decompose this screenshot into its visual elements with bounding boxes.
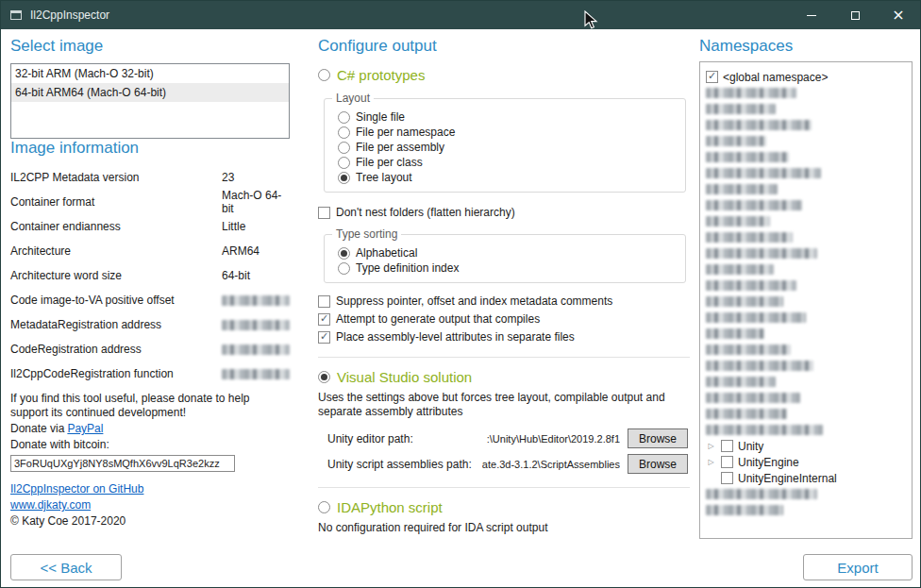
vs-description: Uses the settings above but forces tree … bbox=[318, 391, 690, 419]
radio-icon bbox=[338, 172, 350, 184]
configure-output-heading: Configure output bbox=[318, 37, 690, 56]
redacted-namespace bbox=[706, 136, 766, 146]
unity-script-path-row: Unity script assemblies path: ate.3d-3.1… bbox=[327, 454, 688, 474]
namespace-item-redacted[interactable] bbox=[706, 117, 906, 133]
csharp-checkboxes: Suppress pointer, offset and index metad… bbox=[318, 294, 690, 344]
radio-label: C# prototypes bbox=[337, 67, 425, 83]
radio-single-file[interactable]: Single file bbox=[338, 110, 676, 124]
namespace-label: UnityEngineInternal bbox=[738, 472, 837, 485]
namespace-item-redacted[interactable] bbox=[706, 133, 906, 149]
checkbox-attempt-to-generate-output-that-compiles[interactable]: Attempt to generate output that compiles bbox=[318, 312, 690, 326]
redacted-namespace bbox=[706, 120, 812, 130]
checkbox-icon bbox=[318, 295, 330, 308]
checkbox-suppress-pointer-offset-and-index-metadata-comments[interactable]: Suppress pointer, offset and index metad… bbox=[318, 294, 690, 308]
namespace-item-redacted[interactable] bbox=[706, 294, 906, 310]
radio-type-definition-index[interactable]: Type definition index bbox=[338, 261, 676, 275]
radio-tree-layout[interactable]: Tree layout bbox=[338, 171, 676, 184]
image-listbox[interactable]: 32-bit ARM (Mach-O 32-bit)64-bit ARM64 (… bbox=[10, 63, 290, 139]
namespace-item-redacted[interactable] bbox=[706, 261, 906, 277]
info-label: MetadataRegistration address bbox=[10, 318, 222, 331]
image-list-item[interactable]: 64-bit ARM64 (Mach-O 64-bit) bbox=[11, 83, 289, 102]
radio-idapython-script[interactable]: IDAPython script bbox=[318, 499, 690, 515]
radio-file-per-assembly[interactable]: File per assembly bbox=[338, 141, 676, 154]
github-link[interactable]: Il2CppInspector on GitHub bbox=[10, 482, 290, 496]
radio-file-per-namespace[interactable]: File per namespace bbox=[338, 126, 676, 139]
namespace-item-redacted[interactable] bbox=[706, 85, 906, 101]
layout-groupbox: Layout Single fileFile per namespaceFile… bbox=[324, 98, 686, 193]
namespace-item-redacted[interactable] bbox=[706, 374, 906, 390]
maximize-button[interactable] bbox=[833, 1, 877, 29]
website-link[interactable]: www.djkaty.com bbox=[10, 498, 290, 512]
close-button[interactable]: × bbox=[877, 1, 920, 29]
namespace-item-redacted[interactable] bbox=[706, 181, 906, 197]
browse-editor-path-button[interactable]: Browse bbox=[628, 428, 688, 448]
namespace-item-redacted[interactable] bbox=[706, 149, 906, 165]
checkbox-icon bbox=[318, 207, 330, 219]
radio-icon bbox=[318, 69, 330, 81]
namespace-list[interactable]: <global namespace>▷Unity▷UnityEngineUnit… bbox=[699, 61, 913, 539]
expander-icon[interactable]: ▷ bbox=[706, 459, 716, 466]
namespace-item-redacted[interactable] bbox=[706, 310, 906, 326]
namespace-item-unityengineinternal[interactable]: UnityEngineInternal bbox=[706, 470, 906, 486]
redacted-namespace bbox=[706, 200, 802, 210]
namespace-item-redacted[interactable] bbox=[706, 406, 906, 422]
donate-paypal-line: Donate viaPayPal bbox=[10, 422, 290, 436]
browse-script-path-button[interactable]: Browse bbox=[628, 454, 688, 474]
unity-editor-path-label: Unity editor path: bbox=[327, 432, 413, 445]
info-label: CodeRegistration address bbox=[10, 343, 222, 356]
namespace-item-redacted[interactable] bbox=[706, 390, 906, 406]
namespace-item-global-namespace[interactable]: <global namespace> bbox=[706, 69, 906, 85]
radio-icon bbox=[318, 501, 330, 513]
namespace-item-redacted[interactable] bbox=[706, 277, 906, 294]
namespace-item-redacted[interactable] bbox=[706, 342, 906, 358]
window-controls: × bbox=[790, 1, 920, 29]
namespace-item-redacted[interactable] bbox=[706, 245, 906, 261]
info-row: CodeRegistration address bbox=[10, 337, 290, 361]
namespaces-panel: Namespaces <global namespace>▷Unity▷Unit… bbox=[699, 37, 913, 539]
unity-editor-path-row: Unity editor path: :\Unity\Hub\Editor\20… bbox=[327, 428, 688, 448]
info-row: Container formatMach-O 64-bit bbox=[10, 190, 290, 214]
export-button[interactable]: Export bbox=[803, 554, 913, 580]
redacted-value bbox=[222, 320, 290, 330]
flatten-slot: Don't nest folders (flatten hierarchy) bbox=[318, 206, 690, 219]
redacted-namespace bbox=[706, 344, 791, 355]
close-icon: × bbox=[892, 8, 904, 23]
expander-icon[interactable]: ▷ bbox=[706, 443, 716, 450]
titlebar: Il2CppInspector × bbox=[1, 1, 920, 29]
bitcoin-address-input[interactable] bbox=[10, 455, 235, 472]
unity-editor-path-value[interactable]: :\Unity\Hub\Editor\2019.2.8f1 bbox=[487, 433, 620, 445]
namespaces-heading: Namespaces bbox=[699, 37, 913, 56]
redacted-namespace bbox=[706, 505, 783, 515]
info-label: IL2CPP Metadata version bbox=[10, 171, 222, 184]
namespace-item-redacted[interactable] bbox=[706, 422, 906, 438]
radio-file-per-class[interactable]: File per class bbox=[338, 156, 676, 169]
namespace-item-redacted[interactable] bbox=[706, 229, 906, 245]
radio-icon bbox=[338, 157, 350, 169]
radio-alphabetical[interactable]: Alphabetical bbox=[338, 246, 676, 260]
namespace-item-unityengine[interactable]: ▷UnityEngine bbox=[706, 454, 906, 470]
namespace-item-redacted[interactable] bbox=[706, 197, 906, 213]
radio-c-prototypes[interactable]: C# prototypes bbox=[318, 67, 690, 83]
namespace-item-redacted[interactable] bbox=[706, 101, 906, 117]
info-label: Il2CppCodeRegistration function bbox=[10, 367, 222, 380]
redacted-namespace bbox=[706, 184, 778, 194]
paypal-link[interactable]: PayPal bbox=[67, 422, 103, 435]
namespace-item-redacted[interactable] bbox=[706, 358, 906, 374]
minimize-button[interactable] bbox=[790, 1, 833, 29]
namespace-item-redacted[interactable] bbox=[706, 326, 906, 342]
radio-icon bbox=[338, 111, 350, 124]
namespace-item-redacted[interactable] bbox=[706, 165, 906, 181]
section-separator bbox=[318, 487, 690, 488]
back-button[interactable]: << Back bbox=[10, 554, 122, 580]
namespace-item-redacted[interactable] bbox=[706, 502, 906, 518]
unity-script-path-value[interactable]: ate.3d-3.1.2\ScriptAssemblies bbox=[482, 459, 620, 470]
image-list-item[interactable]: 32-bit ARM (Mach-O 32-bit) bbox=[11, 64, 289, 83]
namespace-item-redacted[interactable] bbox=[706, 486, 906, 502]
namespace-item-redacted[interactable] bbox=[706, 213, 906, 229]
namespace-item-unity[interactable]: ▷Unity bbox=[706, 438, 906, 454]
radio-visual-studio-solution[interactable]: Visual Studio solution bbox=[318, 369, 690, 385]
redacted-namespace bbox=[706, 232, 793, 243]
checkbox-place-assembly-level-attributes-in-separate-files[interactable]: Place assembly-level attributes in separ… bbox=[318, 330, 690, 344]
redacted-value bbox=[222, 369, 290, 379]
checkbox-don-t-nest-folders-flatten-hierarchy[interactable]: Don't nest folders (flatten hierarchy) bbox=[318, 206, 690, 219]
